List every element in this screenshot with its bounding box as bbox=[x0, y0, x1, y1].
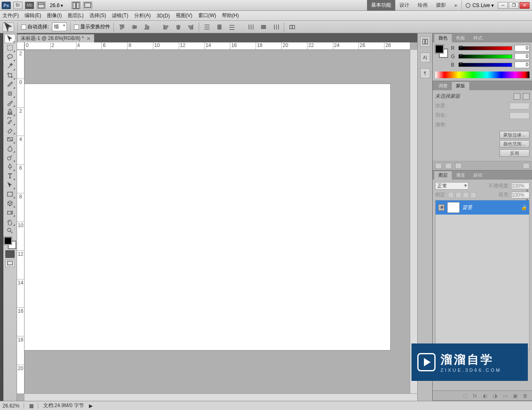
dock-strip-left[interactable] bbox=[0, 33, 3, 401]
ruler-vertical[interactable]: 202468101214161820 bbox=[17, 50, 25, 393]
dist-left-icon[interactable] bbox=[246, 23, 256, 31]
r-value[interactable]: 0 bbox=[515, 45, 530, 52]
shape-tool[interactable] bbox=[5, 190, 15, 199]
tab-color[interactable]: 颜色 bbox=[434, 34, 452, 42]
bridge-icon[interactable]: Br bbox=[13, 2, 22, 9]
arrange-icon[interactable] bbox=[71, 2, 81, 9]
lock-pixels-icon[interactable] bbox=[456, 192, 461, 198]
blend-mode-select[interactable]: 正常 bbox=[435, 182, 468, 190]
mask-load-icon[interactable] bbox=[435, 163, 442, 169]
color-range-button[interactable]: 颜色范围... bbox=[500, 140, 530, 148]
dodge-tool[interactable] bbox=[5, 153, 15, 162]
tab-layers[interactable]: 图层 bbox=[434, 171, 452, 180]
minibridge-icon[interactable]: Mb bbox=[25, 2, 34, 9]
b-slider[interactable] bbox=[458, 63, 512, 67]
cslive-button[interactable]: CS Live ▾ bbox=[461, 0, 497, 11]
document-close-icon[interactable]: ✕ bbox=[86, 36, 91, 42]
pixel-mask-icon[interactable] bbox=[514, 93, 520, 100]
menu-filter[interactable]: 滤镜(T) bbox=[112, 12, 128, 19]
align-top-icon[interactable] bbox=[117, 23, 126, 31]
canvas[interactable] bbox=[25, 84, 390, 350]
tab-styles[interactable]: 样式 bbox=[469, 34, 487, 42]
menu-file[interactable]: 文件(F) bbox=[2, 12, 19, 19]
lock-all-icon[interactable] bbox=[470, 192, 476, 198]
link-layers-icon[interactable]: ⬚ bbox=[463, 393, 470, 399]
magic-wand-tool[interactable] bbox=[5, 62, 15, 71]
b-value[interactable]: 0 bbox=[515, 62, 530, 68]
path-select-tool[interactable] bbox=[5, 180, 15, 190]
status-arrow-icon[interactable]: ▶ bbox=[89, 403, 93, 409]
history-brush-tool[interactable] bbox=[5, 116, 15, 126]
menu-window[interactable]: 窗口(W) bbox=[198, 12, 216, 19]
layer-thumbnail[interactable] bbox=[447, 202, 460, 213]
eyedropper-tool[interactable] bbox=[5, 80, 15, 89]
view-extras-icon[interactable] bbox=[37, 2, 46, 9]
character-panel-icon[interactable]: A| bbox=[420, 52, 430, 62]
g-slider[interactable] bbox=[458, 54, 512, 59]
pen-tool[interactable] bbox=[5, 162, 15, 171]
adjustment-icon[interactable]: ◑ bbox=[493, 393, 500, 399]
scrollbar-vertical[interactable] bbox=[410, 50, 417, 393]
zoom-level[interactable]: 26.6 ▾ bbox=[48, 2, 69, 8]
r-slider[interactable] bbox=[458, 46, 512, 50]
vector-mask-icon[interactable] bbox=[523, 93, 530, 100]
dist-hcenter-icon[interactable] bbox=[259, 23, 268, 31]
menu-3d[interactable]: 3D(D) bbox=[157, 13, 170, 19]
type-tool[interactable] bbox=[5, 171, 15, 180]
zoom-tool[interactable] bbox=[5, 226, 15, 235]
minimize-button[interactable]: ─ bbox=[498, 2, 508, 9]
document-tab[interactable]: 未标题-1 @ 26.6%(RGB/8) * ✕ bbox=[17, 34, 94, 42]
3d-camera-tool[interactable] bbox=[5, 208, 15, 217]
align-vcenter-icon[interactable] bbox=[130, 23, 139, 31]
history-panel-icon[interactable] bbox=[420, 37, 430, 47]
status-zoom[interactable]: 26.62% bbox=[2, 403, 24, 409]
panel-swatches[interactable] bbox=[435, 45, 448, 57]
invert-button[interactable]: 反相 bbox=[500, 149, 530, 157]
color-swatches[interactable] bbox=[4, 237, 16, 249]
g-value[interactable]: 0 bbox=[515, 53, 530, 60]
align-left-icon[interactable] bbox=[161, 23, 170, 31]
autoselect-target[interactable]: 组 bbox=[52, 22, 67, 31]
paragraph-panel-icon[interactable]: ¶ bbox=[420, 68, 430, 78]
fx-icon[interactable]: fx bbox=[473, 393, 480, 399]
dist-vcenter-icon[interactable] bbox=[215, 23, 224, 31]
foreground-swatch[interactable] bbox=[4, 237, 12, 245]
crop-tool[interactable] bbox=[5, 71, 15, 80]
align-hcenter-icon[interactable] bbox=[174, 23, 183, 31]
visibility-icon[interactable]: 👁 bbox=[438, 204, 445, 211]
status-doc[interactable]: 文档:24.9M/0 字节 bbox=[43, 402, 84, 409]
blur-tool[interactable] bbox=[5, 144, 15, 153]
tab-channels[interactable]: 通道 bbox=[452, 171, 469, 180]
tab-adjustments[interactable]: 调整 bbox=[434, 82, 452, 90]
layer-name[interactable]: 背景 bbox=[462, 204, 472, 211]
group-icon[interactable]: ▭ bbox=[503, 393, 510, 399]
menu-help[interactable]: 帮助(H) bbox=[222, 12, 239, 19]
mask-icon[interactable]: ◐ bbox=[483, 393, 490, 399]
trash-icon[interactable]: 🗑 bbox=[523, 393, 530, 399]
dist-bottom-icon[interactable] bbox=[227, 23, 236, 31]
dist-right-icon[interactable] bbox=[271, 23, 281, 31]
ruler-origin[interactable] bbox=[17, 42, 25, 50]
workspace-basic[interactable]: 基本功能 bbox=[367, 0, 395, 11]
tab-paths[interactable]: 路径 bbox=[469, 171, 487, 180]
menu-edit[interactable]: 编辑(E) bbox=[25, 12, 41, 19]
layer-list[interactable]: 👁 背景 🔒 bbox=[435, 200, 530, 350]
move-tool[interactable] bbox=[5, 34, 15, 43]
lock-trans-icon[interactable] bbox=[448, 192, 454, 198]
screenmode-button[interactable] bbox=[5, 259, 15, 267]
mask-delete-icon[interactable] bbox=[523, 163, 530, 169]
align-bottom-icon[interactable] bbox=[142, 23, 151, 31]
close-button[interactable]: ✕ bbox=[520, 2, 530, 9]
mask-apply-icon[interactable] bbox=[445, 163, 452, 169]
menu-image[interactable]: 图像(I) bbox=[47, 12, 62, 19]
workspace-design[interactable]: 设计 bbox=[395, 0, 414, 11]
lock-pos-icon[interactable] bbox=[463, 192, 469, 198]
hand-tool[interactable] bbox=[5, 217, 15, 226]
show-transform-checkbox[interactable]: 显示变换控件 bbox=[74, 23, 110, 30]
canvas-viewport[interactable]: 0246810121416182022242628 20246810121416… bbox=[17, 42, 417, 401]
3d-tool[interactable] bbox=[5, 199, 15, 208]
mask-edge-button[interactable]: 蒙版边缘... bbox=[500, 131, 530, 138]
color-spectrum[interactable] bbox=[435, 72, 530, 78]
workspace-paint[interactable]: 绘画 bbox=[414, 0, 432, 11]
current-tool-icon[interactable] bbox=[2, 22, 14, 32]
